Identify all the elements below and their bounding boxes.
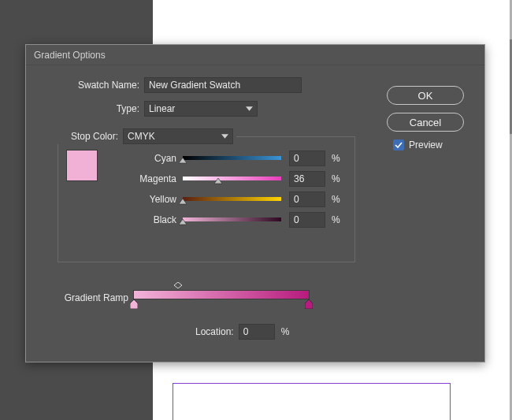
ok-button[interactable]: OK — [387, 86, 464, 105]
dialog-title: Gradient Options — [34, 50, 106, 61]
stop-color-dropdown[interactable]: CMYK — [123, 128, 233, 144]
black-slider[interactable] — [183, 216, 281, 224]
stop-color-group: Stop Color: CMYK Cyan — [58, 136, 355, 262]
swatch-name-input[interactable] — [144, 77, 302, 93]
gradient-ramp[interactable] — [133, 288, 310, 310]
gradient-ramp-bar[interactable] — [133, 290, 310, 299]
chevron-down-icon — [246, 106, 253, 111]
document-frame — [173, 383, 451, 420]
percent-sign: % — [332, 194, 340, 205]
cyan-slider[interactable] — [183, 154, 281, 162]
stop-color-label: Stop Color: — [60, 131, 123, 142]
dialog-titlebar[interactable]: Gradient Options — [26, 45, 484, 65]
magenta-input[interactable] — [289, 171, 325, 187]
gradient-options-dialog: Gradient Options Swatch Name: Type: Line… — [25, 44, 485, 362]
slider-thumb-icon[interactable] — [179, 219, 187, 227]
magenta-slider[interactable] — [183, 175, 281, 183]
location-label: Location: — [195, 326, 239, 337]
type-label: Type: — [26, 103, 144, 114]
preview-checkbox[interactable] — [393, 139, 404, 151]
gradient-stop-right[interactable] — [305, 299, 313, 309]
percent-sign: % — [332, 173, 340, 184]
midpoint-diamond-icon[interactable] — [174, 282, 182, 288]
cancel-button-label: Cancel — [410, 117, 441, 128]
yellow-input[interactable] — [289, 191, 325, 207]
yellow-label: Yellow — [98, 194, 183, 205]
cyan-input[interactable] — [289, 151, 325, 166]
color-swatch-preview — [66, 150, 98, 181]
black-input[interactable] — [289, 212, 325, 228]
gradient-stop-left[interactable] — [130, 299, 138, 309]
slider-thumb-icon[interactable] — [214, 178, 222, 186]
chevron-down-icon — [221, 134, 228, 139]
stop-color-value: CMYK — [128, 131, 155, 142]
check-icon — [395, 142, 403, 148]
location-input[interactable] — [239, 324, 275, 340]
cyan-label: Cyan — [98, 153, 183, 164]
type-dropdown[interactable]: Linear — [144, 101, 258, 117]
gradient-ramp-area: Gradient Ramp Location: % — [58, 288, 355, 340]
yellow-slider[interactable] — [183, 195, 281, 203]
type-value: Linear — [149, 103, 175, 114]
percent-sign: % — [332, 153, 340, 164]
black-label: Black — [98, 214, 183, 225]
slider-thumb-icon[interactable] — [179, 199, 187, 206]
gradient-ramp-label: Gradient Ramp — [58, 288, 133, 303]
slider-thumb-icon[interactable] — [179, 158, 187, 165]
ok-button-label: OK — [418, 90, 433, 102]
preview-label: Preview — [409, 139, 443, 151]
magenta-label: Magenta — [98, 173, 183, 184]
swatch-name-label: Swatch Name: — [26, 80, 144, 91]
percent-sign: % — [332, 214, 340, 225]
percent-sign: % — [281, 326, 290, 337]
cancel-button[interactable]: Cancel — [387, 113, 464, 132]
